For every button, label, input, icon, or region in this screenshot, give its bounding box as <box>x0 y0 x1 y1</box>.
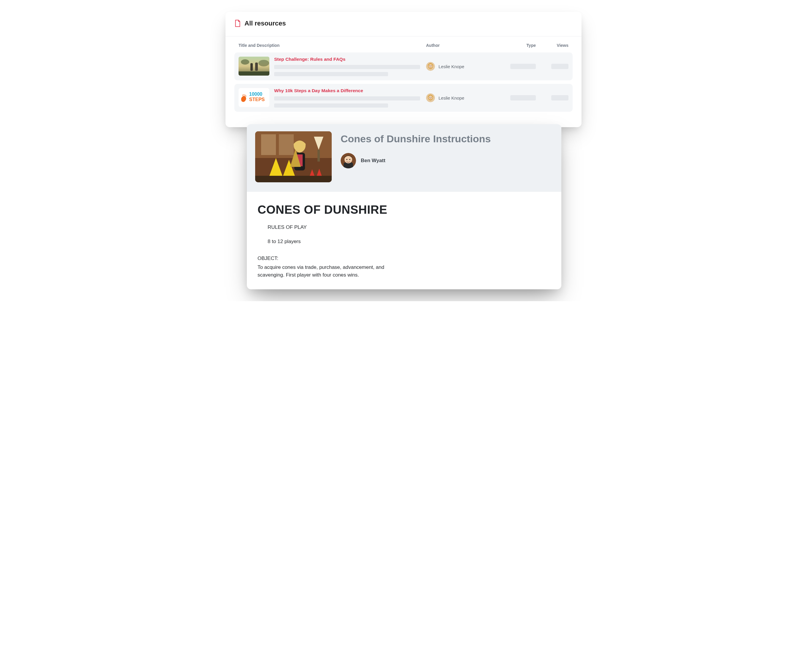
detail-author: Ben Wyatt <box>340 153 553 168</box>
svg-rect-4 <box>255 63 258 71</box>
svg-point-20 <box>431 97 432 98</box>
resources-card: All resources Title and Description Auth… <box>226 12 581 127</box>
type-placeholder <box>510 95 536 101</box>
avatar <box>426 93 435 102</box>
svg-rect-25 <box>317 150 320 162</box>
object-text: To acquire cones via trade, purchase, ad… <box>257 263 412 279</box>
rules-label: RULES OF PLAY <box>267 223 551 231</box>
views-cell <box>536 64 568 69</box>
svg-rect-23 <box>261 134 276 155</box>
type-placeholder <box>510 64 536 69</box>
type-cell <box>492 64 536 69</box>
avatar <box>426 62 435 71</box>
detail-title: Cones of Dunshire Instructions <box>340 133 553 145</box>
views-placeholder <box>551 95 568 101</box>
svg-point-7 <box>429 65 433 68</box>
svg-rect-3 <box>251 63 253 71</box>
column-headers: Title and Description Author Type Views <box>234 36 573 53</box>
svg-text:STEPS: STEPS <box>249 97 265 102</box>
row-thumbnail <box>239 56 269 76</box>
description-placeholder <box>274 103 388 108</box>
title-texts: Step Challenge: Rules and FAQs <box>274 56 426 76</box>
svg-point-2 <box>258 60 269 66</box>
svg-point-13 <box>242 95 243 96</box>
views-cell <box>536 95 568 101</box>
svg-point-8 <box>430 66 430 66</box>
title-texts: Why 10k Steps a Day Makes a Difference <box>274 88 426 108</box>
svg-text:10000: 10000 <box>249 92 262 97</box>
resources-header: All resources <box>234 20 573 27</box>
table-row[interactable]: 10000 STEPS Why 10k Steps a Day Makes a … <box>234 84 573 112</box>
svg-point-33 <box>346 159 347 160</box>
description-placeholder <box>274 96 420 101</box>
title-cell: 10000 STEPS Why 10k Steps a Day Makes a … <box>239 88 426 108</box>
object-label: OBJECT: <box>257 255 551 262</box>
svg-rect-24 <box>279 134 294 155</box>
views-placeholder <box>551 64 568 69</box>
description-placeholder <box>274 72 388 76</box>
type-cell <box>492 95 536 101</box>
row-thumbnail: 10000 STEPS <box>239 88 269 107</box>
file-icon <box>234 20 241 27</box>
col-views: Views <box>536 43 568 48</box>
svg-rect-5 <box>239 71 269 76</box>
detail-header: Cones of Dunshire Instructions <box>247 124 561 192</box>
avatar <box>340 153 356 168</box>
svg-point-34 <box>349 159 350 160</box>
svg-point-9 <box>431 66 432 66</box>
svg-point-19 <box>430 97 430 98</box>
players-count: 8 to 12 players <box>267 238 551 245</box>
detail-thumbnail <box>255 131 332 182</box>
resources-title: All resources <box>244 20 286 27</box>
col-title: Title and Description <box>239 43 426 48</box>
author-name: Leslie Knope <box>438 96 464 101</box>
svg-rect-29 <box>255 176 332 182</box>
document-heading: CONES OF DUNSHIRE <box>257 203 551 217</box>
table-row[interactable]: Step Challenge: Rules and FAQs <box>234 53 573 80</box>
author-name: Leslie Knope <box>438 64 464 69</box>
detail-author-name: Ben Wyatt <box>361 158 385 164</box>
author-cell: Leslie Knope <box>426 93 492 102</box>
detail-title-block: Cones of Dunshire Instructions <box>340 131 553 168</box>
svg-point-18 <box>429 96 433 99</box>
svg-point-15 <box>245 95 246 96</box>
col-type: Type <box>492 43 536 48</box>
svg-point-14 <box>244 94 244 96</box>
row-title-link[interactable]: Step Challenge: Rules and FAQs <box>274 56 345 62</box>
svg-point-1 <box>241 59 249 65</box>
author-cell: Leslie Knope <box>426 62 492 71</box>
col-author: Author <box>426 43 492 48</box>
svg-point-16 <box>246 96 247 97</box>
row-title-link[interactable]: Why 10k Steps a Day Makes a Difference <box>274 88 363 93</box>
title-cell: Step Challenge: Rules and FAQs <box>239 56 426 76</box>
detail-body: CONES OF DUNSHIRE RULES OF PLAY 8 to 12 … <box>247 192 561 289</box>
resource-detail-card: Cones of Dunshire Instructions <box>247 124 561 289</box>
description-placeholder <box>274 65 420 69</box>
